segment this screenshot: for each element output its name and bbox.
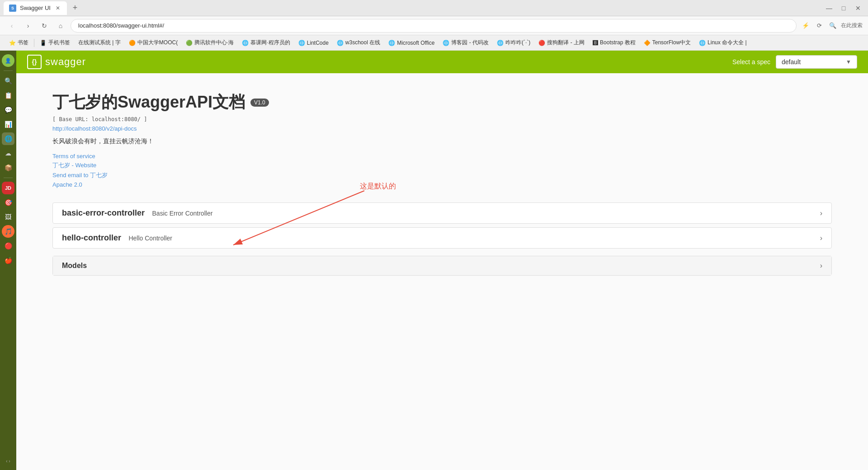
sidebar-icon-cloud[interactable]: ☁ xyxy=(2,147,14,160)
controller-desc-basic-error: Basic Error Controller xyxy=(152,210,213,217)
chevron-right-icon-models: › xyxy=(820,262,822,270)
browser-content: 👤 🔍 📋 💬 📊 🌐 ☁ 📦 JD 🎯 🖼 🎵 🔴 🍎 ‹ › {} swag… xyxy=(0,51,868,470)
bookmark-imooc[interactable]: 🌐 慕课网·程序员的 xyxy=(238,38,293,47)
sidebar-icon-jd[interactable]: JD xyxy=(2,182,14,194)
bookmark-ms-office[interactable]: 🌐 Microsoft Office xyxy=(385,39,438,47)
sidebar-icon-apple[interactable]: 🍎 xyxy=(2,254,14,267)
reload-button[interactable]: ↻ xyxy=(38,19,51,32)
sidebar-collapse-icon[interactable]: ‹ › xyxy=(2,456,14,466)
bookmark-mooc[interactable]: 🟠 中国大学MOOC( xyxy=(125,38,181,47)
swagger-body: 丁七岁的SwaggerAPI文档 V1.0 [ Base URL: localh… xyxy=(16,73,868,470)
main-content: {} swagger Select a spec default ▼ 丁七岁的S… xyxy=(16,51,868,470)
sidebar-icon-apps[interactable]: 📦 xyxy=(2,161,14,174)
sidebar-icon-collections[interactable]: 📊 xyxy=(2,118,14,131)
sidebar-divider-2 xyxy=(4,178,13,178)
bookmark-star-icon[interactable]: ⭐ 书签 xyxy=(5,38,32,47)
back-button[interactable]: ‹ xyxy=(5,19,18,32)
tab-close-button[interactable]: ✕ xyxy=(54,5,61,12)
swagger-logo: {} swagger xyxy=(27,55,86,69)
tab-bar: S Swagger UI ✕ + xyxy=(4,1,819,15)
bookmark-tensorflow[interactable]: 🔶 TensorFlow中文 xyxy=(640,38,694,47)
bookmark-w3school[interactable]: 🌐 w3school 在线 xyxy=(333,38,384,47)
spec-dropdown-value: default xyxy=(782,58,801,66)
sidebar-icon-chat[interactable]: 💬 xyxy=(2,103,14,116)
tab-title: Swagger UI xyxy=(20,5,51,11)
controller-desc-hello: Hello Controller xyxy=(128,235,172,242)
sidebar-icon-music[interactable]: 🎵 xyxy=(2,225,14,238)
spec-selector: Select a spec default ▼ xyxy=(732,55,857,69)
search-icon[interactable]: 🔍 xyxy=(827,20,838,31)
sidebar-icon-red[interactable]: 🔴 xyxy=(2,240,14,252)
lightning-icon: ⚡ xyxy=(800,20,811,31)
bookmark-mobile[interactable]: 📱 手机书签 xyxy=(36,38,74,47)
api-links: Terms of service 丁七岁 - Website Send emai… xyxy=(52,153,832,188)
controller-item-hello: hello-controller Hello Controller › xyxy=(52,227,832,249)
sidebar-divider-1 xyxy=(4,70,13,71)
bookmark-test[interactable]: 在线测试系统 | 字 xyxy=(75,38,124,47)
models-header[interactable]: Models › xyxy=(53,256,831,275)
bookmarks-bar: ⭐ 书签 📱 手机书签 在线测试系统 | 字 🟠 中国大学MOOC( 🟢 腾讯软… xyxy=(0,35,868,51)
bookmark-lintcode[interactable]: 🌐 LintCode xyxy=(295,39,332,47)
swagger-title: swagger xyxy=(45,56,86,68)
license-link[interactable]: Apache 2.0 xyxy=(52,181,832,188)
spec-label: Select a spec xyxy=(732,58,770,66)
bookmark-sogou[interactable]: 🔴 搜狗翻译 - 上网 xyxy=(535,38,588,47)
home-button[interactable]: ⌂ xyxy=(54,19,67,32)
close-button[interactable]: ✕ xyxy=(852,2,864,14)
bookmark-label: 书签 xyxy=(18,39,28,47)
controller-header-hello[interactable]: hello-controller Hello Controller › xyxy=(53,228,831,248)
bookmark-tencent[interactable]: 🟢 腾讯软件中心·海 xyxy=(182,38,237,47)
controllers-section: basic-error-controller Basic Error Contr… xyxy=(52,202,832,276)
controller-name-hello: hello-controller xyxy=(62,233,121,242)
refresh-icon[interactable]: ⟳ xyxy=(814,20,825,31)
sidebar: 👤 🔍 📋 💬 📊 🌐 ☁ 📦 JD 🎯 🖼 🎵 🔴 🍎 ‹ › xyxy=(0,51,16,470)
search-bar-text[interactable]: 在此搜索 xyxy=(841,22,863,29)
bookmark-linux[interactable]: 🌐 Linux 命令大全 | xyxy=(695,38,750,47)
sidebar-icon-tabs[interactable]: 📋 xyxy=(2,89,14,102)
swagger-logo-icon: {} xyxy=(27,55,42,69)
models-title: Models xyxy=(62,262,87,270)
new-tab-button[interactable]: + xyxy=(69,2,81,14)
address-bar: ‹ › ↻ ⌂ ⚡ ⟳ 🔍 在此搜索 xyxy=(0,16,868,35)
active-tab[interactable]: S Swagger UI ✕ xyxy=(4,1,67,15)
api-title-section: 丁七岁的SwaggerAPI文档 V1.0 [ Base URL: localh… xyxy=(52,91,832,188)
forward-button[interactable]: › xyxy=(22,19,34,32)
email-link[interactable]: Send email to 丁七岁 xyxy=(52,171,832,179)
title-bar: S Swagger UI ✕ + — □ ✕ xyxy=(0,0,868,16)
address-bar-actions: ⚡ ⟳ 🔍 在此搜索 xyxy=(800,20,863,31)
swagger-logo-text: {} xyxy=(32,58,37,66)
bookmark-zha[interactable]: 🌐 咋咋咋(`·`) xyxy=(493,38,534,47)
api-docs-link[interactable]: http://localhost:8080/v2/api-docs xyxy=(52,125,832,132)
sidebar-icon-image[interactable]: 🖼 xyxy=(2,211,14,223)
controller-item-basic-error: basic-error-controller Basic Error Contr… xyxy=(52,202,832,224)
controller-header-basic-error[interactable]: basic-error-controller Basic Error Contr… xyxy=(53,203,831,223)
api-description: 长风破浪会有时，直挂云帆济沧海！ xyxy=(52,137,832,146)
sidebar-icon-search[interactable]: 🔍 xyxy=(2,75,14,87)
api-base-url: [ Base URL: localhost:8080/ ] xyxy=(52,116,832,122)
sidebar-icon-target[interactable]: 🎯 xyxy=(2,196,14,209)
controller-name-area: basic-error-controller Basic Error Contr… xyxy=(62,208,212,218)
website-link[interactable]: 丁七岁 - Website xyxy=(52,161,832,169)
sidebar-bottom: ‹ › xyxy=(2,456,14,466)
bookmark-cnblogs[interactable]: 🌐 博客园 - 代码改 xyxy=(439,38,492,47)
sidebar-icon-web[interactable]: 🌐 xyxy=(2,132,14,145)
controller-name-area-hello: hello-controller Hello Controller xyxy=(62,233,172,243)
spec-dropdown[interactable]: default ▼ xyxy=(776,55,857,69)
controller-name-basic-error: basic-error-controller xyxy=(62,208,145,217)
api-version-badge: V1.0 xyxy=(250,99,269,107)
models-section: Models › xyxy=(52,256,832,276)
terms-of-service-link[interactable]: Terms of service xyxy=(52,153,832,160)
window-controls: — □ ✕ xyxy=(823,2,864,14)
chevron-right-icon-basic-error: › xyxy=(820,209,822,217)
chevron-right-icon-hello: › xyxy=(820,234,822,242)
api-title-text: 丁七岁的SwaggerAPI文档 xyxy=(52,91,245,113)
bookmark-bootstrap[interactable]: 🅱 Bootstrap 教程 xyxy=(589,38,639,47)
url-input[interactable] xyxy=(71,19,797,33)
tab-favicon: S xyxy=(9,5,16,12)
maximize-button[interactable]: □ xyxy=(837,2,850,14)
chevron-down-icon: ▼ xyxy=(846,59,851,65)
minimize-button[interactable]: — xyxy=(823,2,835,14)
sidebar-avatar[interactable]: 👤 xyxy=(2,54,14,67)
swagger-header: {} swagger Select a spec default ▼ xyxy=(16,51,868,73)
api-title: 丁七岁的SwaggerAPI文档 V1.0 xyxy=(52,91,269,113)
